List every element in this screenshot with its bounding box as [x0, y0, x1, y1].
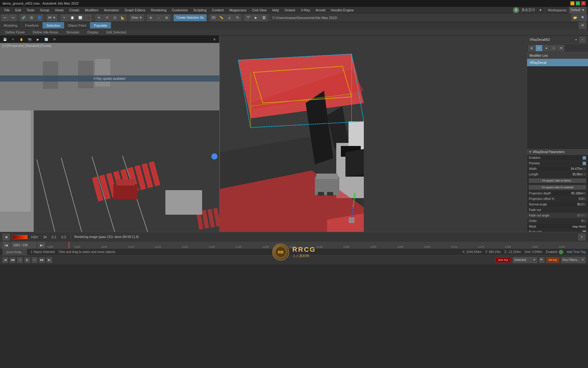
user-dropdown-icon[interactable]: ▼	[537, 8, 543, 12]
user-avatar[interactable]: 真	[513, 7, 519, 13]
subtab-define-idle-areas[interactable]: Define Idle Areas	[29, 29, 62, 35]
filter-dropdown[interactable]: All ▼	[47, 14, 57, 21]
timeline-ruler[interactable]: 1095 1100 1105 1110 1115 1120 1125 1130 …	[47, 242, 586, 248]
vp-orbit-button[interactable]: ⟳	[51, 36, 58, 43]
set-key-button[interactable]: Set Key	[546, 257, 559, 263]
subtab-define-flows[interactable]: Define Flows	[2, 29, 28, 35]
menu-animation[interactable]: Animation	[102, 8, 122, 13]
frame-counter[interactable]: 1001 / 109	[12, 242, 36, 248]
panel-tab-base[interactable]: ●	[543, 45, 550, 51]
play-button[interactable]: ▶	[24, 257, 30, 263]
menu-rendering[interactable]: Rendering	[149, 8, 169, 13]
panel-dropdown-icon[interactable]: ▼	[575, 38, 578, 41]
add-time-tag[interactable]: Add Time Tag	[567, 250, 586, 254]
toggle-percent-snap[interactable]: %	[234, 14, 241, 21]
tab-freeform[interactable]: Freeform	[21, 22, 43, 29]
fit-material-button[interactable]: Fit aspect ratio to material	[529, 185, 586, 190]
menu-megascans[interactable]: Megascans	[227, 8, 249, 13]
vp-play-button[interactable]: ▶	[34, 36, 42, 43]
view-dropdown[interactable]: View ▼	[130, 14, 144, 21]
menu-vray[interactable]: V-Ray	[298, 8, 312, 13]
vp-pan-button[interactable]: ✋	[18, 36, 25, 43]
vp-camera-button[interactable]: 📷	[26, 36, 33, 43]
fade-angle-value[interactable]: 80.9	[568, 214, 583, 217]
select-link-button[interactable]: 🔗	[20, 14, 27, 21]
vp-select-button[interactable]: ↖	[9, 36, 17, 43]
workspaces-dropdown[interactable]: Default ▼	[569, 7, 586, 13]
menu-houdini[interactable]: Houdini Engine	[328, 8, 356, 13]
tab-populate[interactable]: Populate	[90, 22, 111, 29]
menu-file[interactable]: File	[2, 8, 12, 13]
menu-customize[interactable]: Customize	[169, 8, 190, 13]
timeline-start-button[interactable]: |◀	[2, 242, 10, 248]
width-value[interactable]: 34.475m	[567, 167, 582, 171]
menu-content[interactable]: Content	[209, 8, 226, 13]
unlink-button[interactable]: ⛓	[28, 14, 35, 21]
toggle-angle-snap[interactable]: ∠	[226, 14, 233, 21]
menu-graph-editors[interactable]: Graph Editors	[122, 8, 148, 13]
preview-checkbox[interactable]	[582, 162, 586, 165]
panel-tab-hierarchy[interactable]: ⊞	[528, 45, 535, 51]
next-frame-button[interactable]: ▶▶	[39, 257, 45, 263]
panel-tab-display[interactable]: 👁	[558, 45, 564, 51]
play-end-button[interactable]: ▶|	[47, 257, 52, 263]
auto-key-button[interactable]: Auto Key	[496, 257, 511, 263]
panel-tab-param[interactable]: ≡	[550, 45, 557, 51]
bind-space-warp[interactable]: 🌀	[36, 14, 43, 21]
vp-close-button[interactable]: ✕	[211, 36, 218, 43]
render-button[interactable]: ▶	[252, 14, 260, 21]
search-key-button[interactable]: 🔍	[539, 257, 545, 263]
tab-options-button[interactable]: ⚙	[579, 22, 586, 29]
menu-civil-view[interactable]: Civil View	[250, 8, 269, 13]
mirror-button[interactable]: ↔	[155, 14, 162, 21]
modifier-entry[interactable]: VRayDecal	[527, 59, 588, 66]
toggle-snap[interactable]: 📏	[218, 14, 225, 21]
left-viewport[interactable]: 💾 ↖ ✋ 📷 ▶ 🔄 ⟳ ✕ V-Ray update available! …	[0, 36, 220, 232]
rect-sel-button[interactable]: ⬜	[77, 14, 84, 21]
length-value[interactable]: 35.96m	[567, 173, 582, 176]
rotate-button[interactable]: ↺	[103, 14, 111, 21]
menu-tools[interactable]: Tools	[24, 8, 37, 13]
timeline-settings-button[interactable]: ≡	[578, 234, 586, 240]
undo-button[interactable]: ↩	[1, 14, 9, 21]
normal-angle-value[interactable]: 90.0	[568, 203, 583, 206]
select-by-name-button[interactable]: 📋	[69, 14, 76, 21]
vp-save-button[interactable]: 💾	[1, 36, 9, 43]
menu-scripting[interactable]: Scripting	[191, 8, 209, 13]
proj-depth-value[interactable]: 85.186m	[568, 192, 583, 195]
back-side-checkbox[interactable]	[582, 230, 586, 232]
next-key-button[interactable]: ▷	[32, 257, 37, 263]
timeline-end-button[interactable]: ▶|	[38, 242, 45, 248]
tab-modeling[interactable]: Modeling	[0, 22, 21, 29]
select-object-button[interactable]: ↖	[61, 14, 68, 21]
right-viewport[interactable]	[220, 36, 527, 232]
close-button[interactable]: ✕	[581, 1, 586, 6]
menu-help[interactable]: Help	[270, 8, 281, 13]
vp-loop-button[interactable]: 🔄	[43, 36, 50, 43]
move-button[interactable]: ✛	[95, 14, 103, 21]
menu-arnold[interactable]: Arnold	[313, 8, 328, 13]
mask-value[interactable]: Map #6021	[571, 225, 586, 228]
menu-views[interactable]: Views	[52, 8, 66, 13]
play-start-button[interactable]: |◀	[2, 257, 8, 263]
timeline-prev-button[interactable]: ◀	[2, 234, 10, 240]
selected-dropdown[interactable]: Selected ▼	[513, 257, 537, 263]
toggle-3d[interactable]: 3D	[210, 14, 217, 21]
color-swatch[interactable]	[12, 235, 28, 239]
render-prod[interactable]: 🖼	[260, 14, 268, 21]
layer-button[interactable]: 📂	[571, 14, 579, 21]
fit-bitmap-button[interactable]: Fit aspect ratio to bitma...	[529, 178, 586, 183]
render-setup[interactable]: 🎬	[244, 14, 252, 21]
menu-edit[interactable]: Edit	[13, 8, 24, 13]
scale-button[interactable]: ⊡	[111, 14, 119, 21]
vray-params-header[interactable]: ▼ VRayDecal Parameters	[527, 149, 588, 155]
minimize-button[interactable]: ─	[570, 1, 575, 6]
select-center[interactable]: ⊕	[147, 14, 154, 21]
align-button[interactable]: ⊞	[163, 14, 170, 21]
panel-add-button[interactable]: +	[579, 37, 586, 43]
order-value[interactable]: 0	[568, 219, 583, 223]
redo-button[interactable]: ↪	[9, 14, 17, 21]
menu-octane[interactable]: Octane	[282, 8, 298, 13]
subtab-display[interactable]: Display	[84, 29, 102, 35]
key-filters-dropdown[interactable]: Key Filters... ▼	[561, 257, 586, 263]
